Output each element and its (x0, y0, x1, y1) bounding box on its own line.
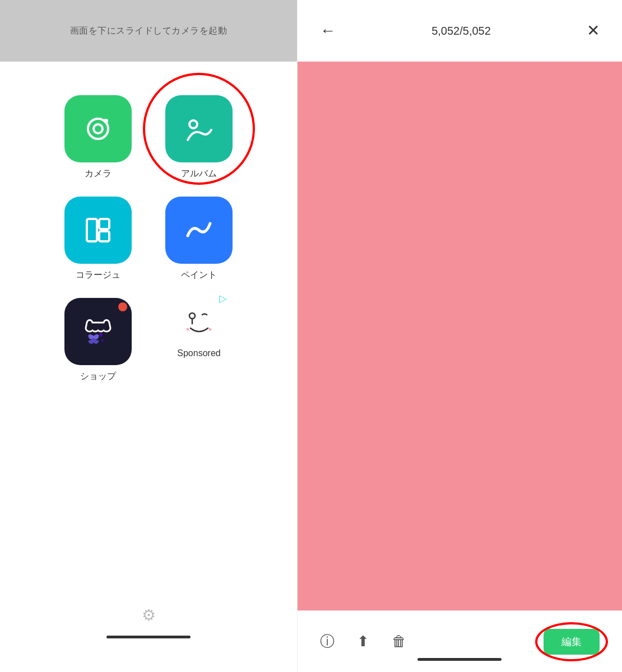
camera-label: カメラ (85, 168, 112, 180)
shop-notification-dot (118, 302, 127, 311)
album-label: アルバム (181, 168, 217, 180)
gear-icon[interactable]: ⚙ (142, 606, 156, 624)
svg-point-9 (189, 313, 195, 319)
sponsored-play-icon: ▷ (219, 292, 227, 305)
top-bar: 画面を下にスライドしてカメラを起動 (0, 0, 297, 62)
home-indicator-left (106, 636, 191, 638)
delete-icon[interactable]: 🗑 (392, 633, 406, 650)
app-item-camera[interactable]: カメラ (64, 95, 132, 180)
svg-point-8 (101, 339, 104, 342)
svg-point-3 (189, 120, 197, 128)
right-bottom-bar: ⓘ ⬆ 🗑 編集 (298, 610, 622, 672)
collage-app-icon[interactable] (64, 197, 132, 264)
left-panel: 画面を下にスライドしてカメラを起動 カメラ アルバム (0, 0, 297, 672)
svg-rect-5 (99, 219, 109, 229)
close-button[interactable]: ✕ (587, 23, 600, 39)
paint-label: ペイント (181, 269, 217, 281)
svg-point-1 (94, 124, 103, 133)
paint-app-icon[interactable] (165, 197, 233, 264)
camera-app-icon[interactable] (64, 95, 132, 162)
counter-text: 5,052/5,052 (431, 25, 491, 38)
svg-rect-4 (87, 219, 97, 241)
back-button[interactable]: ← (320, 23, 336, 39)
image-preview-area (298, 62, 622, 610)
svg-rect-6 (99, 231, 109, 241)
sponsored-app-icon[interactable] (177, 298, 221, 343)
top-bar-text: 画面を下にスライドしてカメラを起動 (70, 25, 228, 37)
album-app-icon[interactable] (165, 95, 233, 162)
app-item-shop[interactable]: ショップ (64, 298, 132, 382)
app-item-paint[interactable]: ペイント (165, 197, 233, 281)
app-item-album[interactable]: アルバム (165, 95, 233, 180)
edit-button-wrapper: 編集 (544, 629, 600, 655)
bottom-area: ⚙ (0, 606, 297, 638)
svg-point-12 (209, 328, 212, 331)
sponsored-label: Sponsored (177, 348, 220, 358)
svg-point-2 (104, 119, 108, 123)
app-item-sponsored[interactable]: ▷ Sponsored (165, 298, 233, 382)
svg-point-11 (187, 328, 189, 331)
bottom-icons-group: ⓘ ⬆ 🗑 (320, 632, 406, 651)
apps-grid: カメラ アルバム コラージュ (31, 95, 266, 382)
svg-point-7 (99, 333, 103, 337)
shop-label: ショップ (80, 371, 116, 382)
app-item-collage[interactable]: コラージュ (64, 197, 132, 281)
right-header: ← 5,052/5,052 ✕ (298, 0, 622, 62)
share-icon[interactable]: ⬆ (357, 633, 369, 650)
collage-label: コラージュ (76, 269, 120, 281)
right-panel: ← 5,052/5,052 ✕ ⓘ ⬆ 🗑 編集 (297, 0, 622, 672)
home-indicator-right (417, 658, 502, 661)
info-icon[interactable]: ⓘ (320, 632, 335, 651)
shop-app-icon[interactable] (64, 298, 132, 365)
edit-button[interactable]: 編集 (544, 629, 600, 655)
